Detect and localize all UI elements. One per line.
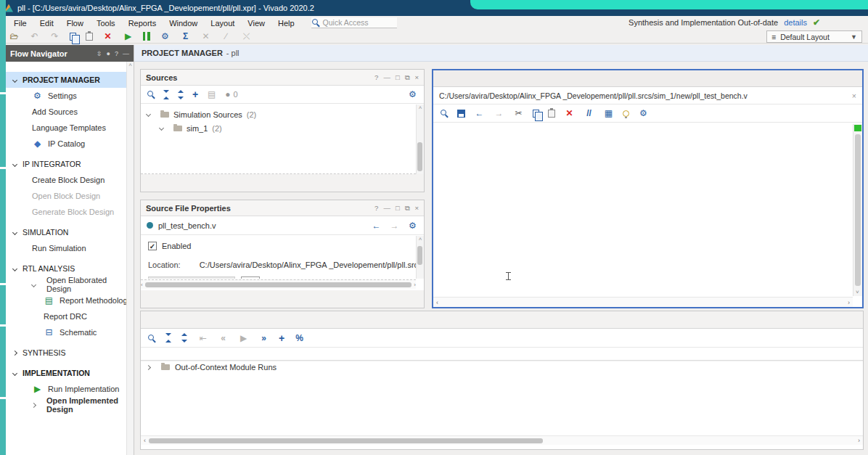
flownav-item-run-simulation[interactable]: Run Simulation: [6, 240, 134, 256]
minimize-icon[interactable]: —: [383, 73, 390, 82]
save-icon[interactable]: [457, 110, 465, 118]
flownav-item-add-sources[interactable]: Add Sources: [6, 104, 134, 120]
settings-gear-icon[interactable]: ⚙: [160, 31, 171, 41]
flownav-item-settings[interactable]: ⚙Settings: [6, 88, 134, 104]
collapse-all-icon[interactable]: ⇳: [97, 50, 102, 57]
type-edit-box[interactable]: [241, 276, 260, 279]
sfp-hscrollbar[interactable]: ‹›: [141, 279, 416, 289]
copy-icon[interactable]: [70, 33, 76, 41]
source-tree-item-simulation-sources[interactable]: Simulation Sources (2): [141, 107, 416, 121]
minimize-icon[interactable]: —: [123, 50, 129, 57]
run-steps-icon[interactable]: [143, 32, 150, 41]
flownav-section-synthesis[interactable]: SYNTHESIS: [6, 345, 134, 361]
source-file-properties-panel: Source File Properties ?—□⧉× pll_test_be…: [140, 200, 425, 308]
flownav-section-rtl-analysis[interactable]: RTL ANALYSIS: [6, 261, 134, 276]
help-icon[interactable]: ?: [374, 204, 378, 213]
type-select[interactable]: [148, 276, 235, 279]
source-tree-item-sim-1[interactable]: sim_1 (2): [141, 121, 416, 135]
close-icon[interactable]: ×: [414, 73, 419, 82]
layout-selector[interactable]: ≡ Default Layout ▼: [766, 30, 862, 43]
menu-file[interactable]: File: [7, 19, 33, 28]
dot-icon[interactable]: ●: [107, 50, 110, 57]
gear-icon[interactable]: ⚙: [407, 221, 418, 231]
back-arrow-icon[interactable]: ←: [371, 221, 382, 231]
step-forward-icon[interactable]: »: [258, 333, 269, 343]
quick-access-search[interactable]: Quick Access: [311, 17, 397, 28]
comment-icon[interactable]: //: [584, 108, 594, 118]
search-icon[interactable]: [147, 90, 155, 99]
percent-icon[interactable]: %: [294, 333, 305, 343]
menu-reports[interactable]: Reports: [122, 19, 163, 28]
flownav-item-run-implementation[interactable]: ▶Run Implementation: [6, 381, 134, 397]
flownav-item-language-templates[interactable]: Language Templates: [6, 120, 134, 136]
editor-toolbar: ← → ✂ ✕ // ▦ ⚙: [433, 104, 862, 123]
mouse-cursor: [506, 272, 511, 280]
undo-icon[interactable]: ←: [474, 108, 485, 118]
menu-view[interactable]: View: [241, 19, 271, 28]
editor-hscrollbar[interactable]: ‹›: [433, 297, 853, 307]
flownav-item-ip-catalog[interactable]: ◆IP Catalog: [6, 136, 134, 152]
flownav-section-simulation[interactable]: SIMULATION: [6, 224, 134, 240]
sources-panel: Sources ?—□⧉× + ▤ ●0 ⚙ Simulation Source…: [140, 69, 425, 192]
flownav-item-report-drc[interactable]: Report DRC: [6, 308, 134, 324]
search-icon[interactable]: [440, 109, 449, 118]
help-icon[interactable]: ?: [374, 73, 378, 82]
minimize-icon[interactable]: —: [383, 204, 390, 213]
columns-icon[interactable]: ▦: [603, 108, 614, 118]
delete-icon[interactable]: ✕: [102, 31, 113, 41]
menu-layout[interactable]: Layout: [204, 19, 241, 28]
cut-icon[interactable]: ✂: [513, 108, 524, 118]
paste-icon[interactable]: [86, 33, 93, 41]
create-run-icon[interactable]: +: [279, 332, 284, 344]
search-icon[interactable]: [147, 334, 156, 343]
menu-edit[interactable]: Edit: [33, 19, 60, 28]
flownav-item-create-block-design[interactable]: Create Block Design: [6, 172, 134, 188]
flownav-item-label: Run Simulation: [32, 244, 86, 253]
help-icon[interactable]: ?: [115, 50, 118, 57]
menu-tools[interactable]: Tools: [90, 19, 122, 28]
design-runs-hscrollbar[interactable]: ‹›: [141, 435, 863, 445]
close-icon[interactable]: ×: [414, 204, 419, 213]
collapse-all-icon[interactable]: [163, 90, 170, 99]
paste-icon[interactable]: [548, 110, 555, 118]
menu-flow[interactable]: Flow: [60, 19, 90, 28]
run-icon[interactable]: ▶: [123, 31, 134, 41]
expand-all-icon[interactable]: [178, 90, 184, 99]
float-icon[interactable]: ⧉: [405, 204, 410, 213]
flownav-item-schematic[interactable]: ⊟Schematic: [6, 324, 134, 340]
expand-all-icon[interactable]: [181, 333, 188, 343]
flownav-section-project-manager[interactable]: PROJECT MANAGER: [6, 72, 134, 88]
sfp-scrollbar[interactable]: ˄: [416, 236, 424, 279]
gear-icon[interactable]: ⚙: [638, 108, 649, 118]
open-project-icon[interactable]: 🗁: [9, 31, 20, 41]
editor-vscrollbar[interactable]: ˄˅: [853, 124, 862, 296]
maximize-icon[interactable]: □: [396, 73, 400, 82]
delete-icon[interactable]: ✕: [564, 108, 575, 118]
menu-help[interactable]: Help: [271, 19, 301, 28]
copy-icon[interactable]: [533, 110, 539, 118]
undo-icon[interactable]: ↶: [29, 31, 40, 41]
flownav-item-open-elaborated-design[interactable]: Open Elaborated Design: [6, 276, 134, 292]
enabled-checkbox[interactable]: ✓: [148, 242, 157, 250]
redo-icon[interactable]: ↷: [49, 31, 60, 41]
gear-icon[interactable]: ⚙: [407, 89, 418, 99]
collapse-all-icon[interactable]: [165, 333, 172, 343]
maximize-icon[interactable]: □: [396, 204, 400, 213]
add-sources-icon[interactable]: +: [192, 89, 198, 100]
sources-scrollbar[interactable]: ˄: [416, 104, 424, 174]
menu-window[interactable]: Window: [163, 19, 204, 28]
ooc-module-runs-row[interactable]: Out-of-Context Module Runs: [141, 361, 863, 373]
flownav-item-label: Generate Block Design: [32, 208, 114, 216]
status-check-icon: ✔: [813, 17, 820, 28]
flow-navigator-scrollbar[interactable]: ˄: [126, 62, 134, 455]
flownav-item-open-implemented-design[interactable]: Open Implemented Design: [6, 397, 134, 413]
lightbulb-icon[interactable]: [623, 110, 629, 117]
details-link[interactable]: details: [784, 18, 807, 27]
flownav-section-ip-integrator[interactable]: IP INTEGRATOR: [6, 156, 134, 172]
close-icon[interactable]: ×: [852, 91, 856, 100]
flownav-section-implementation[interactable]: IMPLEMENTATION: [6, 365, 134, 381]
code-area[interactable]: [433, 124, 853, 296]
sum-report-icon[interactable]: Σ: [180, 31, 191, 41]
float-icon[interactable]: ⧉: [405, 73, 410, 82]
flownav-item-report-methodology[interactable]: ▤Report Methodology: [6, 292, 134, 308]
